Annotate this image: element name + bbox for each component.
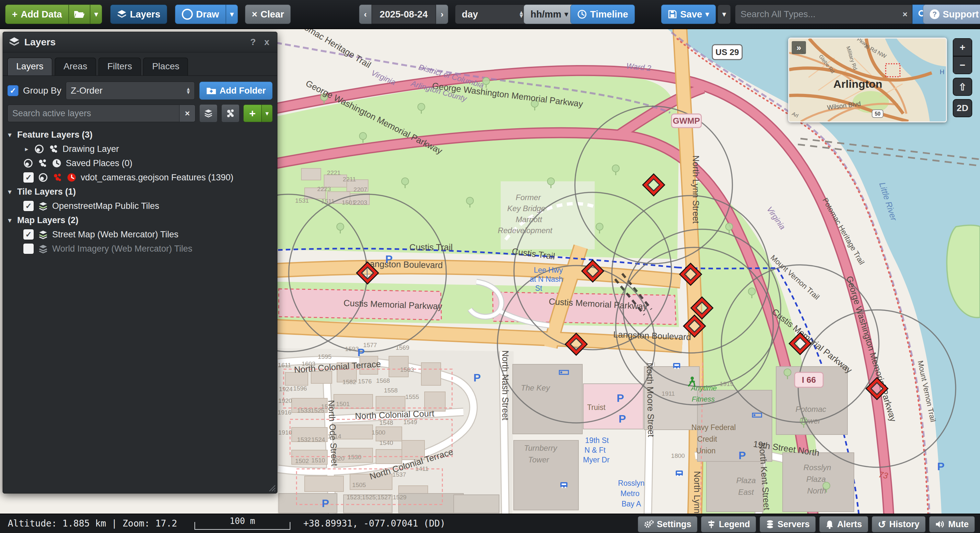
history-button[interactable]: ↺ History	[872, 516, 926, 532]
caret-down-icon[interactable]: ▾	[6, 188, 13, 195]
save-button[interactable]: Save ▾	[661, 5, 716, 24]
alerts-button[interactable]: Alerts	[819, 516, 868, 532]
svg-text:1520: 1520	[331, 455, 345, 462]
tile-layer-view-button[interactable]	[199, 104, 218, 122]
layers-toggle-button[interactable]: Layers	[110, 5, 167, 24]
layer-group-feature[interactable]: ▾ Feature Layers (3)	[6, 128, 274, 142]
svg-text:1577: 1577	[363, 342, 377, 348]
group-by-checkbox[interactable]: ✓	[8, 85, 19, 96]
svg-text:1910: 1910	[278, 429, 292, 436]
svg-text:1524: 1524	[312, 436, 325, 443]
add-layer-button[interactable]: +	[243, 105, 261, 122]
tab-filters[interactable]: Filters	[99, 58, 141, 75]
svg-text:1593: 1593	[345, 346, 359, 352]
scatter-dots-icon	[37, 158, 48, 168]
map-zoom-controls: + −	[953, 38, 972, 74]
draw-menu-caret[interactable]: ▾	[226, 5, 238, 24]
svg-text:73: 73	[878, 470, 889, 481]
legend-button[interactable]: Legend	[701, 516, 756, 532]
layer-row-world-imagery[interactable]: World Imagery (Web Mercator) Tiles	[6, 241, 274, 256]
svg-text:at N Nash: at N Nash	[530, 275, 563, 283]
svg-text:1555: 1555	[406, 393, 419, 400]
eye-icon[interactable]	[34, 144, 45, 154]
svg-text:1924: 1924	[279, 385, 293, 392]
help-icon[interactable]: ?	[248, 37, 258, 47]
search-clear-icon[interactable]: ×	[898, 10, 912, 19]
map-mode-2d-button[interactable]: 2D	[953, 99, 972, 117]
layer-search-input[interactable]	[8, 105, 180, 122]
clock-icon-red	[67, 172, 77, 182]
svg-text:1523;1525;1527;1529: 1523;1525;1527;1529	[347, 494, 407, 501]
altitude-zoom-readout: Altitude: 1.885 km | Zoom: 17.2	[8, 514, 177, 533]
svg-text:1576: 1576	[358, 378, 372, 385]
timeline-button[interactable]: Timeline	[570, 5, 635, 24]
settings-button[interactable]: Settings	[638, 516, 698, 532]
layer-row-saved-places[interactable]: Saved Places (0)	[6, 156, 274, 170]
mute-button[interactable]: Mute	[929, 516, 975, 532]
svg-text:Myer Dr: Myer Dr	[583, 455, 609, 464]
layer-row-street-map[interactable]: ✓ Street Map (Web Mercator) Tiles	[6, 227, 274, 241]
add-layer-caret[interactable]: ▾	[261, 105, 272, 122]
minimap-collapse-button[interactable]: »	[792, 41, 806, 54]
tab-areas[interactable]: Areas	[55, 58, 96, 75]
draw-button[interactable]: Draw	[175, 5, 226, 24]
open-file-button[interactable]	[69, 5, 90, 24]
svg-text:1515: 1515	[321, 403, 335, 410]
tab-places[interactable]: Places	[143, 58, 188, 75]
layer-search-clear-icon[interactable]: ×	[180, 105, 196, 122]
svg-text:1548: 1548	[380, 419, 393, 426]
folder-plus-icon	[206, 86, 216, 95]
date-field[interactable]: 2025-08-24	[372, 5, 436, 24]
panel-resize-handle[interactable]	[267, 484, 276, 492]
add-data-menu-caret[interactable]: ▾	[90, 5, 102, 24]
overview-minimap[interactable]: ArlingtonWilson BlvdKirbyGlebe RdMilitar…	[788, 38, 947, 122]
layer-checkbox[interactable]: ✓	[23, 200, 34, 211]
cursor-coordinates[interactable]: +38.89931, -077.07041 (DD)	[303, 514, 445, 533]
eye-icon[interactable]	[23, 158, 33, 168]
layer-checkbox[interactable]: ✓	[23, 229, 34, 240]
add-folder-button[interactable]: Add Folder	[199, 82, 273, 100]
svg-text:Tower: Tower	[528, 455, 549, 464]
panel-close-icon[interactable]: x	[262, 37, 271, 47]
svg-text:Truist: Truist	[587, 403, 606, 412]
search-type-caret[interactable]: ▾	[718, 5, 731, 24]
layer-checkbox-unchecked[interactable]	[23, 243, 34, 254]
caret-down-icon[interactable]: ▾	[6, 216, 13, 224]
date-next-button[interactable]: ›	[436, 5, 449, 24]
svg-text:North Moore Street: North Moore Street	[645, 363, 656, 438]
group-by-select[interactable]: Z-Order ▴▾	[66, 82, 194, 100]
zoom-in-button[interactable]: +	[953, 38, 972, 56]
layer-group-tile[interactable]: ▾ Tile Layers (1)	[6, 185, 274, 199]
caret-right-icon[interactable]: ▸	[23, 145, 30, 153]
svg-text:1563: 1563	[400, 366, 414, 373]
chevron-down-icon: ▾	[705, 11, 709, 18]
zoom-out-button[interactable]: −	[953, 56, 972, 74]
clear-button[interactable]: × Clear	[245, 5, 291, 24]
layer-row-osm-tiles[interactable]: ✓ OpenstreetMap Public Tiles	[6, 199, 274, 213]
reset-view-button[interactable]: ⇧	[953, 78, 972, 96]
svg-text:2223: 2223	[317, 186, 331, 192]
layer-row-vdot-cameras[interactable]: ✓ vdot_cameras.geojson Features (1390)	[6, 170, 274, 185]
layer-checkbox[interactable]: ✓	[23, 172, 34, 183]
svg-text:Metro: Metro	[620, 489, 640, 498]
servers-button[interactable]: Servers	[760, 516, 816, 532]
add-data-button[interactable]: + Add Data	[5, 5, 69, 24]
svg-text:1511: 1511	[321, 198, 335, 205]
svg-text:1596: 1596	[293, 385, 307, 392]
date-previous-button[interactable]: ‹	[359, 5, 372, 24]
support-button[interactable]: ? Support ▾	[923, 5, 980, 24]
tile-layers-icon	[38, 244, 48, 254]
svg-text:Arlington: Arlington	[833, 78, 882, 90]
layer-group-map[interactable]: ▾ Map Layers (2)	[6, 213, 274, 227]
time-format-dropdown[interactable]: hh/mm ▾	[524, 5, 575, 24]
eye-icon[interactable]	[38, 172, 48, 182]
layers-panel-header[interactable]: Layers ? x	[3, 32, 277, 52]
global-search-input[interactable]	[735, 9, 898, 19]
database-icon	[766, 520, 774, 529]
tab-layers[interactable]: Layers	[8, 58, 52, 75]
feature-layer-view-button[interactable]	[221, 104, 240, 122]
interval-select[interactable]: day ▴▾	[455, 5, 530, 24]
layers-stack-icon	[204, 108, 213, 118]
caret-down-icon[interactable]: ▾	[6, 131, 13, 139]
layer-row-drawing[interactable]: ▸ Drawing Layer	[6, 142, 274, 156]
